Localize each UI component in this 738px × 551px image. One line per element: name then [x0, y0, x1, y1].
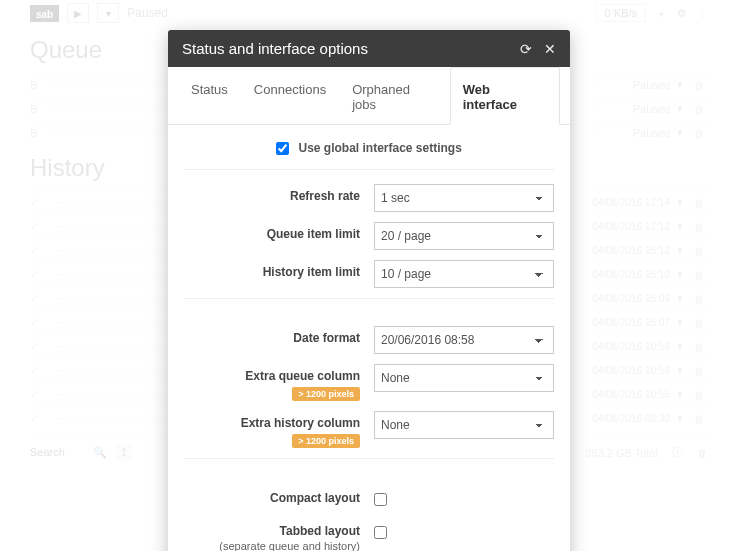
check-icon: ✓ [30, 196, 48, 209]
row-delete-icon[interactable]: 🗑 [690, 221, 708, 233]
row-date: 04/08/2016 17:14 [570, 197, 670, 208]
tabbed-label: Tabbed layout [280, 524, 360, 538]
row-delete-icon[interactable]: 🗑 [690, 103, 708, 115]
extra-queue-label: Extra queue column [245, 369, 360, 383]
compact-label: Compact layout [270, 491, 360, 505]
search-input[interactable] [30, 446, 90, 458]
check-icon: ✓ [30, 268, 48, 281]
pixels-badge: > 1200 pixels [292, 434, 360, 448]
row-menu-icon[interactable]: ▾ [670, 412, 690, 425]
info-icon[interactable]: ⓘ [672, 445, 683, 460]
tabbed-sub: (separate queue and history) [184, 540, 360, 551]
row-menu-icon[interactable]: ▾ [670, 78, 690, 91]
history-limit-label: History item limit [263, 265, 360, 279]
rate-display: 0 KB/s [596, 4, 646, 22]
play-button[interactable]: ▶ [67, 3, 89, 23]
row-date: 04/08/2016 10:58 [570, 341, 670, 352]
add-icon[interactable]: ＋ [656, 6, 667, 21]
row-date: 04/08/2016 10:55 [570, 389, 670, 400]
row-menu-icon[interactable]: ▾ [670, 244, 690, 257]
row-date: 04/08/2016 15:10 [570, 269, 670, 280]
row-marker: B [30, 103, 42, 115]
tab-orphaned-jobs[interactable]: Orphaned jobs [339, 67, 450, 125]
check-icon: ✓ [30, 292, 48, 305]
row-delete-icon[interactable]: 🗑 [690, 341, 708, 353]
pixels-badge: > 1200 pixels [292, 387, 360, 401]
global-settings-checkbox[interactable] [276, 142, 289, 155]
tab-web-interface[interactable]: Web interface [450, 67, 560, 125]
row-menu-icon[interactable]: ▾ [670, 364, 690, 377]
row-delete-icon[interactable]: 🗑 [690, 197, 708, 209]
app-logo: sab [30, 5, 59, 22]
status-label: Paused [127, 6, 168, 20]
row-delete-icon[interactable]: 🗑 [690, 245, 708, 257]
row-menu-icon[interactable]: ▾ [670, 196, 690, 209]
modal-tabs: StatusConnectionsOrphaned jobsWeb interf… [168, 67, 570, 125]
refresh-icon[interactable]: ⟳ [520, 41, 532, 57]
row-delete-icon[interactable]: 🗑 [690, 317, 708, 329]
row-delete-icon[interactable]: 🗑 [690, 293, 708, 305]
check-icon: ✓ [30, 364, 48, 377]
row-date: 04/08/2016 15:12 [570, 245, 670, 256]
row-delete-icon[interactable]: 🗑 [690, 413, 708, 425]
extra-queue-select[interactable]: None [374, 364, 554, 392]
tabbed-checkbox[interactable] [374, 526, 387, 539]
tab-connections[interactable]: Connections [241, 67, 339, 125]
options-modal: Status and interface options ⟳ ✕ StatusC… [168, 30, 570, 551]
queue-limit-label: Queue item limit [267, 227, 360, 241]
gear-icon[interactable]: ⚙ [677, 7, 687, 20]
row-delete-icon[interactable]: 🗑 [690, 365, 708, 377]
row-date: 04/08/2016 08:30 [570, 413, 670, 424]
modal-title: Status and interface options [182, 40, 368, 57]
row-menu-icon[interactable]: ▾ [670, 126, 690, 139]
row-date: 04/08/2016 17:12 [570, 221, 670, 232]
row-delete-icon[interactable]: 🗑 [690, 127, 708, 139]
date-format-select[interactable]: 20/06/2016 08:58 [374, 326, 554, 354]
row-status: Paused [610, 103, 670, 115]
clear-icon[interactable]: 🗑 [697, 447, 708, 459]
row-marker: B [30, 127, 42, 139]
modal-body: Use global interface settings Refresh ra… [168, 125, 570, 551]
row-menu-icon[interactable]: ▾ [670, 102, 690, 115]
refresh-rate-select[interactable]: 1 sec [374, 184, 554, 212]
row-delete-icon[interactable]: 🗑 [690, 79, 708, 91]
extra-history-label: Extra history column [241, 416, 360, 430]
row-date: 04/08/2016 10:58 [570, 365, 670, 376]
row-status: Paused [610, 127, 670, 139]
compact-checkbox[interactable] [374, 493, 387, 506]
global-settings-row: Use global interface settings [184, 135, 554, 170]
play-dropdown[interactable]: ▾ [97, 3, 119, 23]
row-menu-icon[interactable]: ▾ [670, 388, 690, 401]
row-date: 04/08/2016 15:09 [570, 293, 670, 304]
search-icon[interactable]: 🔍 [93, 446, 107, 458]
row-menu-icon[interactable]: ▾ [670, 220, 690, 233]
settings-icon[interactable]: ⋮ [697, 7, 708, 20]
history-limit-select[interactable]: 10 / page [374, 260, 554, 288]
check-icon: ✓ [30, 220, 48, 233]
history-total: 393.2 GB Total [585, 447, 658, 459]
refresh-rate-label: Refresh rate [290, 189, 360, 203]
close-icon[interactable]: ✕ [544, 41, 556, 57]
check-icon: ✓ [30, 244, 48, 257]
row-menu-icon[interactable]: ▾ [670, 316, 690, 329]
global-settings-label: Use global interface settings [298, 141, 461, 155]
row-date: 04/08/2016 15:07 [570, 317, 670, 328]
check-icon: ✓ [30, 388, 48, 401]
check-icon: ✓ [30, 340, 48, 353]
tab-status[interactable]: Status [178, 67, 241, 125]
check-icon: ✓ [30, 316, 48, 329]
row-delete-icon[interactable]: 🗑 [690, 389, 708, 401]
top-bar: sab ▶ ▾ Paused 0 KB/s ＋ ⚙ ⋮ [30, 0, 708, 26]
check-icon: ✓ [30, 412, 48, 425]
row-menu-icon[interactable]: ▾ [670, 268, 690, 281]
row-menu-icon[interactable]: ▾ [670, 340, 690, 353]
extra-history-select[interactable]: None [374, 411, 554, 439]
row-menu-icon[interactable]: ▾ [670, 292, 690, 305]
row-marker: B [30, 79, 42, 91]
row-status: Paused [610, 79, 670, 91]
row-delete-icon[interactable]: 🗑 [690, 269, 708, 281]
date-format-label: Date format [293, 331, 360, 345]
queue-limit-select[interactable]: 20 / page [374, 222, 554, 250]
page-number[interactable]: 1 [116, 445, 132, 461]
modal-header: Status and interface options ⟳ ✕ [168, 30, 570, 67]
